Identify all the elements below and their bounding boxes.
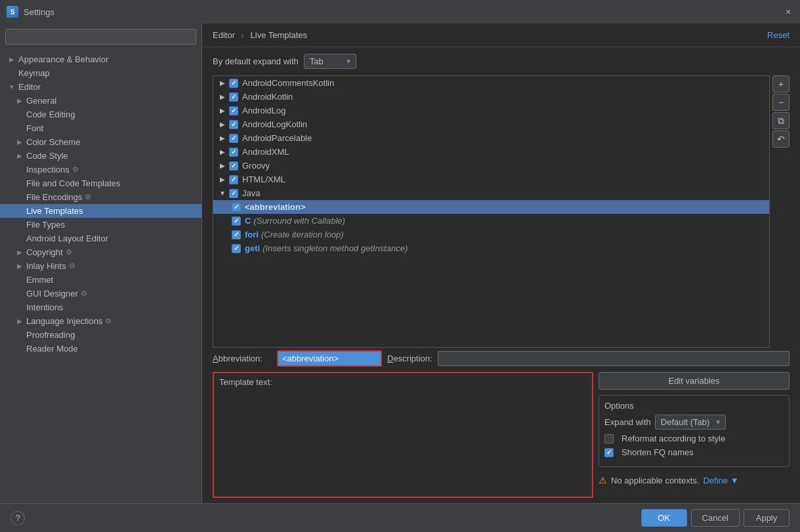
group-android-log-kotlin[interactable]: AndroidLogKotlin	[213, 117, 769, 131]
item-checkbox[interactable]	[232, 244, 241, 253]
template-text-label: Template text:	[214, 373, 592, 390]
sidebar-item-emmet[interactable]: Emmet	[0, 273, 201, 287]
group-android-kotlin[interactable]: AndroidKotlin	[213, 90, 769, 104]
help-button[interactable]: ?	[11, 511, 25, 525]
sidebar-item-general[interactable]: General	[0, 94, 201, 108]
group-java[interactable]: Java	[213, 186, 769, 200]
chevron-down-icon: ▼	[345, 58, 352, 65]
sidebar-tree: Appearance & Behavior Keymap Editor Gene…	[0, 50, 201, 503]
group-android-comments-kotlin[interactable]: AndroidCommentsKotlin	[213, 76, 769, 90]
group-checkbox[interactable]	[229, 92, 238, 102]
remove-template-button[interactable]: −	[772, 94, 789, 111]
warning-icon: ⚠	[599, 475, 607, 485]
sidebar-item-gui-designer[interactable]: GUI Designer ⚙	[0, 287, 201, 300]
sidebar-item-file-code-templates[interactable]: File and Code Templates	[0, 176, 201, 190]
template-item-geti[interactable]: geti (Inserts singleton method getInstan…	[213, 241, 769, 255]
sidebar-item-copyright[interactable]: Copyright ⚙	[0, 245, 201, 259]
edit-variables-button[interactable]: Edit variables	[599, 372, 789, 390]
spacer	[16, 125, 24, 133]
template-item-fori[interactable]: fori (Create iteration loop)	[213, 228, 769, 241]
group-groovy[interactable]: Groovy	[213, 159, 769, 173]
expand-with-label: By default expand with	[213, 56, 299, 66]
item-checkbox[interactable]	[232, 216, 241, 226]
gear-icon: ⚙	[69, 262, 78, 271]
abbreviation-label: Abbreviation:	[213, 354, 272, 363]
sidebar-item-color-scheme[interactable]: Color Scheme	[0, 135, 201, 149]
group-checkbox[interactable]	[229, 106, 238, 115]
expand-row: By default expand with Tab ▼	[202, 47, 800, 75]
arrow-icon	[16, 152, 24, 160]
group-android-xml[interactable]: AndroidXML	[213, 145, 769, 159]
expand-with-dropdown[interactable]: Tab ▼	[304, 54, 356, 69]
right-panel: Edit variables Options Expand with Defau…	[599, 372, 789, 498]
sidebar-item-inlay-hints[interactable]: Inlay Hints ⚙	[0, 259, 201, 273]
sidebar-item-intentions[interactable]: Intentions	[0, 300, 201, 314]
group-android-log[interactable]: AndroidLog	[213, 104, 769, 117]
shorten-label: Shorten FQ names	[621, 447, 694, 457]
sidebar-item-live-templates[interactable]: Live Templates	[0, 204, 201, 218]
copy-template-button[interactable]: ⧉	[772, 112, 789, 129]
cancel-button[interactable]: Cancel	[691, 509, 740, 527]
breadcrumb-separator: ›	[242, 30, 244, 40]
search-input[interactable]	[5, 29, 196, 45]
sidebar-item-appearance[interactable]: Appearance & Behavior	[0, 52, 201, 66]
footer-left: ?	[11, 511, 25, 525]
chevron-down-icon: ▼	[715, 419, 721, 426]
sidebar-item-file-types[interactable]: File Types	[0, 218, 201, 232]
sidebar-item-reader-mode[interactable]: Reader Mode	[0, 342, 201, 356]
group-label: AndroidParcelable	[242, 133, 312, 143]
abbreviation-row: Abbreviation: Description:	[213, 350, 789, 367]
expand-with-value: Tab	[310, 56, 324, 66]
sidebar-item-inspections[interactable]: Inspections ⚙	[0, 163, 201, 176]
sidebar-item-font[interactable]: Font	[0, 121, 201, 135]
spacer	[16, 276, 24, 284]
group-checkbox[interactable]	[229, 189, 238, 198]
group-checkbox[interactable]	[229, 161, 238, 171]
template-item-abbreviation[interactable]: <abbreviation>	[213, 200, 769, 214]
group-checkbox[interactable]	[229, 120, 238, 129]
sidebar-item-proofreading[interactable]: Proofreading	[0, 328, 201, 342]
item-checkbox[interactable]	[232, 230, 241, 239]
sidebar-item-code-style[interactable]: Code Style	[0, 149, 201, 163]
abbreviation-input[interactable]	[277, 350, 382, 367]
chevron-down-icon: ▼	[730, 476, 739, 485]
group-checkbox[interactable]	[229, 175, 238, 184]
shorten-checkbox[interactable]	[604, 448, 614, 457]
reformat-checkbox[interactable]	[604, 434, 614, 443]
sidebar-item-file-encodings[interactable]: File Encodings ⚙	[0, 190, 201, 204]
apply-button[interactable]: Apply	[744, 509, 789, 527]
template-list[interactable]: AndroidCommentsKotlin AndroidKotlin Andr…	[213, 75, 770, 348]
close-button[interactable]: ×	[783, 7, 793, 17]
spacer	[16, 111, 24, 119]
arrow-icon	[16, 262, 24, 270]
breadcrumb-bar: Editor › Live Templates Reset	[202, 24, 800, 47]
sidebar-item-code-editing[interactable]: Code Editing	[0, 108, 201, 121]
template-textarea[interactable]	[214, 390, 592, 495]
expand-arrow-icon	[219, 190, 226, 197]
description-input[interactable]	[438, 351, 789, 366]
sidebar-item-language-injections[interactable]: Language Injections ⚙	[0, 314, 201, 328]
app-icon: S	[7, 6, 18, 18]
sidebar-item-editor[interactable]: Editor	[0, 80, 201, 94]
template-item-callable[interactable]: C (Surround with Callable)	[213, 214, 769, 228]
undo-button[interactable]: ↶	[772, 131, 789, 148]
define-link[interactable]: Define ▼	[703, 476, 738, 485]
group-android-parcelable[interactable]: AndroidParcelable	[213, 131, 769, 145]
item-checkbox[interactable]	[232, 203, 241, 212]
group-checkbox[interactable]	[229, 134, 238, 143]
arrow-icon	[16, 138, 24, 146]
group-html-xml[interactable]: HTML/XML	[213, 173, 769, 186]
template-list-area: AndroidCommentsKotlin AndroidKotlin Andr…	[202, 75, 800, 348]
expand-with-option-dropdown[interactable]: Default (Tab) ▼	[655, 415, 726, 430]
spacer	[16, 290, 24, 298]
sidebar-item-android-layout-editor[interactable]: Android Layout Editor	[0, 232, 201, 245]
ok-button[interactable]: OK	[641, 509, 687, 527]
reset-button[interactable]: Reset	[767, 30, 789, 40]
title-bar-text: Settings	[24, 7, 783, 17]
expand-arrow-icon	[219, 148, 226, 156]
description-label: Description:	[387, 354, 432, 363]
group-checkbox[interactable]	[229, 148, 238, 157]
sidebar-item-keymap[interactable]: Keymap	[0, 66, 201, 80]
group-checkbox[interactable]	[229, 79, 238, 88]
add-template-button[interactable]: +	[772, 75, 789, 92]
